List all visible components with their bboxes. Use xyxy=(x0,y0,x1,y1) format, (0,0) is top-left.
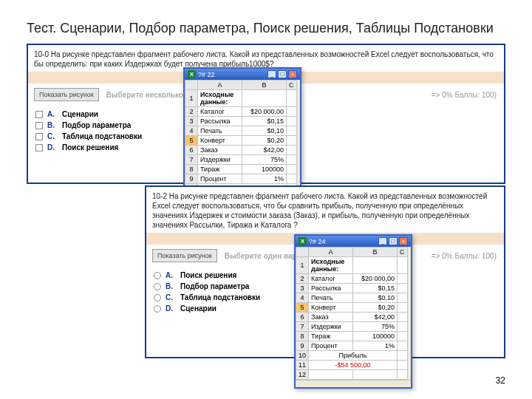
cell: Каталог xyxy=(198,107,242,117)
maximize-icon[interactable]: □ xyxy=(278,70,287,78)
excel-icon: X xyxy=(188,70,196,78)
col-header: B xyxy=(353,248,398,257)
cell xyxy=(287,107,297,117)
cell xyxy=(353,370,398,380)
cell: Тираж xyxy=(309,332,353,341)
option-letter: C. xyxy=(47,132,58,140)
radio-icon[interactable] xyxy=(154,272,161,279)
option-letter: D. xyxy=(47,143,58,151)
score-text: => 0% Баллы: 100) xyxy=(432,91,497,99)
cell xyxy=(287,165,297,174)
row-header: 4 xyxy=(185,126,198,136)
minimize-icon[interactable]: _ xyxy=(267,70,276,78)
col-header: B xyxy=(242,81,287,90)
cell xyxy=(398,274,408,284)
score-text: => 0% Баллы: 100) xyxy=(432,252,497,260)
question-block-1: 10-0 На рисунке представлен фрагмент раб… xyxy=(27,44,505,184)
cell: Исходные данные: xyxy=(198,90,242,107)
checkbox-icon[interactable] xyxy=(35,144,43,151)
cell: Прибыль xyxy=(309,351,398,361)
radio-icon[interactable] xyxy=(154,294,161,301)
minimize-icon[interactable]: _ xyxy=(378,237,387,245)
cell: Издержки xyxy=(309,322,353,332)
row-header: 3 xyxy=(185,117,198,126)
show-picture-button[interactable]: Показать рисунок xyxy=(152,249,217,262)
option-letter: D. xyxy=(166,304,176,313)
option-label: Поиск решения xyxy=(62,143,118,151)
question-text: 10-2 На рисунке представлен фрагмент раб… xyxy=(146,187,504,233)
row-header: 4 xyxy=(296,293,309,303)
cell: Печать xyxy=(198,126,242,136)
col-header: A xyxy=(198,81,242,90)
scrollbar[interactable] xyxy=(296,380,411,387)
cell xyxy=(398,257,408,274)
cell: Тираж xyxy=(198,165,242,174)
option-letter: A. xyxy=(47,110,58,118)
cell xyxy=(398,313,408,322)
row-header: 8 xyxy=(296,332,309,341)
cell: 75% xyxy=(353,322,398,332)
cell: Исходные данные: xyxy=(309,257,353,274)
window-titlebar[interactable]: X?# 24 _ □ × xyxy=(296,236,411,247)
cell xyxy=(287,146,297,155)
excel-window-2: X?# 24 _ □ × ABC 1Исходные данные:2Катал… xyxy=(294,234,412,389)
cell xyxy=(398,370,408,380)
grid-corner xyxy=(296,248,309,257)
option-label: Сценарии xyxy=(180,304,216,313)
cell: 1% xyxy=(353,341,398,351)
cell xyxy=(353,257,398,274)
option-label: Подбор параметра xyxy=(180,282,249,290)
cell: Конверт xyxy=(309,303,353,313)
cell xyxy=(287,136,297,146)
show-picture-button[interactable]: Показать рисунок xyxy=(34,88,99,101)
cell: $20 000,00 xyxy=(353,274,398,284)
option-label: Таблица подстановки xyxy=(62,132,142,140)
maximize-icon[interactable]: □ xyxy=(389,237,398,245)
row-header: 7 xyxy=(296,322,309,332)
excel-icon: X xyxy=(299,237,307,245)
option-letter: C. xyxy=(166,293,176,301)
radio-icon[interactable] xyxy=(154,305,161,313)
option-letter: B. xyxy=(47,121,58,129)
col-header: C xyxy=(287,81,297,90)
col-header: A xyxy=(309,248,353,257)
cell xyxy=(398,351,408,361)
close-icon[interactable]: × xyxy=(288,70,297,78)
close-icon[interactable]: × xyxy=(399,237,408,245)
window-titlebar[interactable]: X?# 22 _ □ × xyxy=(185,69,300,80)
radio-icon[interactable] xyxy=(154,283,161,290)
row-header: 1 xyxy=(185,90,198,107)
row-header: 5 xyxy=(296,303,309,313)
row-header: 6 xyxy=(296,313,309,322)
cell: $0,10 xyxy=(242,126,287,136)
row-header: 7 xyxy=(185,155,198,165)
cell: Печать xyxy=(309,293,353,303)
cell xyxy=(287,155,297,165)
cell xyxy=(398,332,408,341)
cell: Издержки xyxy=(198,155,242,165)
cell: -$54 500,00 xyxy=(309,361,398,370)
cell xyxy=(398,361,408,370)
checkbox-icon[interactable] xyxy=(35,122,43,129)
cell: Конверт xyxy=(198,136,242,146)
row-header: 10 xyxy=(296,351,309,361)
row-header: 2 xyxy=(296,274,309,284)
cell: Заказ xyxy=(309,313,353,322)
row-header: 11 xyxy=(296,361,309,370)
grid-corner xyxy=(185,81,198,90)
cell xyxy=(398,322,408,332)
spreadsheet-grid: ABC 1Исходные данные:2Каталог$20 000,003… xyxy=(296,247,408,380)
option-label: Подбор параметра xyxy=(62,121,131,129)
cell: $0,20 xyxy=(353,303,398,313)
question-block-2: 10-2 На рисунке представлен фрагмент раб… xyxy=(145,185,505,358)
cell: Рассылка xyxy=(198,117,242,126)
checkbox-icon[interactable] xyxy=(35,111,43,118)
cell xyxy=(398,303,408,313)
cell: 1% xyxy=(242,174,287,184)
cell xyxy=(287,174,297,184)
checkbox-icon[interactable] xyxy=(35,133,43,140)
col-header: C xyxy=(398,248,408,257)
cell: $0,15 xyxy=(353,284,398,293)
cell: $42,00 xyxy=(353,313,398,322)
cell: $0,20 xyxy=(242,136,287,146)
